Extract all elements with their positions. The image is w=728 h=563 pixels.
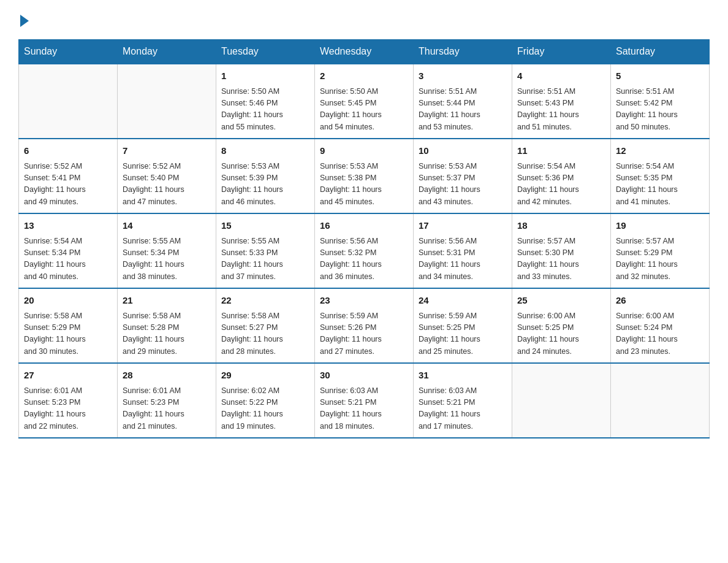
calendar-cell: 2Sunrise: 5:50 AM Sunset: 5:45 PM Daylig… <box>315 64 414 139</box>
day-info: Sunrise: 6:03 AM Sunset: 5:21 PM Dayligh… <box>419 385 507 433</box>
day-number: 7 <box>123 144 211 158</box>
day-number: 31 <box>419 369 507 383</box>
day-number: 9 <box>320 144 408 158</box>
calendar-cell: 8Sunrise: 5:53 AM Sunset: 5:39 PM Daylig… <box>216 139 315 213</box>
calendar-cell: 22Sunrise: 5:58 AM Sunset: 5:27 PM Dayli… <box>216 288 315 363</box>
calendar-cell <box>19 64 118 139</box>
calendar-week-row: 1Sunrise: 5:50 AM Sunset: 5:46 PM Daylig… <box>19 64 710 139</box>
day-number: 15 <box>221 219 309 233</box>
weekday-header-friday: Friday <box>512 40 611 64</box>
logo-arrow-icon <box>20 15 29 27</box>
calendar-week-row: 20Sunrise: 5:58 AM Sunset: 5:29 PM Dayli… <box>19 288 710 363</box>
weekday-header-sunday: Sunday <box>19 40 118 64</box>
day-number: 2 <box>320 69 408 83</box>
weekday-header-wednesday: Wednesday <box>315 40 414 64</box>
calendar-week-row: 6Sunrise: 5:52 AM Sunset: 5:41 PM Daylig… <box>19 139 710 213</box>
day-number: 8 <box>221 144 309 158</box>
day-info: Sunrise: 5:50 AM Sunset: 5:46 PM Dayligh… <box>221 86 309 134</box>
day-number: 17 <box>419 219 507 233</box>
day-info: Sunrise: 5:51 AM Sunset: 5:43 PM Dayligh… <box>517 86 605 134</box>
day-number: 20 <box>24 294 112 308</box>
day-info: Sunrise: 5:51 AM Sunset: 5:42 PM Dayligh… <box>616 86 704 134</box>
day-info: Sunrise: 6:00 AM Sunset: 5:24 PM Dayligh… <box>616 310 704 358</box>
day-info: Sunrise: 5:52 AM Sunset: 5:40 PM Dayligh… <box>123 161 211 209</box>
calendar-cell: 16Sunrise: 5:56 AM Sunset: 5:32 PM Dayli… <box>315 213 414 288</box>
day-number: 25 <box>517 294 605 308</box>
day-info: Sunrise: 6:01 AM Sunset: 5:23 PM Dayligh… <box>24 385 112 433</box>
day-number: 27 <box>24 369 112 383</box>
calendar-cell <box>118 64 216 139</box>
calendar-cell: 1Sunrise: 5:50 AM Sunset: 5:46 PM Daylig… <box>216 64 315 139</box>
day-info: Sunrise: 6:03 AM Sunset: 5:21 PM Dayligh… <box>320 385 408 433</box>
day-info: Sunrise: 5:53 AM Sunset: 5:38 PM Dayligh… <box>320 161 408 209</box>
calendar-cell: 3Sunrise: 5:51 AM Sunset: 5:44 PM Daylig… <box>414 64 512 139</box>
day-info: Sunrise: 5:54 AM Sunset: 5:34 PM Dayligh… <box>24 236 112 283</box>
day-number: 24 <box>419 294 507 308</box>
calendar-cell: 17Sunrise: 5:56 AM Sunset: 5:31 PM Dayli… <box>414 213 512 288</box>
day-info: Sunrise: 5:57 AM Sunset: 5:30 PM Dayligh… <box>517 236 605 283</box>
day-number: 21 <box>123 294 211 308</box>
day-info: Sunrise: 5:59 AM Sunset: 5:26 PM Dayligh… <box>320 310 408 358</box>
day-info: Sunrise: 6:02 AM Sunset: 5:22 PM Dayligh… <box>221 385 309 433</box>
day-info: Sunrise: 5:56 AM Sunset: 5:31 PM Dayligh… <box>419 236 507 283</box>
calendar-cell: 23Sunrise: 5:59 AM Sunset: 5:26 PM Dayli… <box>315 288 414 363</box>
calendar-cell: 18Sunrise: 5:57 AM Sunset: 5:30 PM Dayli… <box>512 213 611 288</box>
weekday-header-saturday: Saturday <box>611 40 710 64</box>
calendar-cell: 9Sunrise: 5:53 AM Sunset: 5:38 PM Daylig… <box>315 139 414 213</box>
logo <box>18 12 36 27</box>
day-info: Sunrise: 5:52 AM Sunset: 5:41 PM Dayligh… <box>24 161 112 209</box>
day-info: Sunrise: 5:59 AM Sunset: 5:25 PM Dayligh… <box>419 310 507 358</box>
day-number: 29 <box>221 369 309 383</box>
calendar-cell: 6Sunrise: 5:52 AM Sunset: 5:41 PM Daylig… <box>19 139 118 213</box>
calendar-cell: 10Sunrise: 5:53 AM Sunset: 5:37 PM Dayli… <box>414 139 512 213</box>
calendar-cell: 11Sunrise: 5:54 AM Sunset: 5:36 PM Dayli… <box>512 139 611 213</box>
calendar-cell: 21Sunrise: 5:58 AM Sunset: 5:28 PM Dayli… <box>118 288 216 363</box>
day-number: 19 <box>616 219 704 233</box>
calendar-cell: 13Sunrise: 5:54 AM Sunset: 5:34 PM Dayli… <box>19 213 118 288</box>
day-info: Sunrise: 5:53 AM Sunset: 5:39 PM Dayligh… <box>221 161 309 209</box>
calendar-cell: 24Sunrise: 5:59 AM Sunset: 5:25 PM Dayli… <box>414 288 512 363</box>
calendar-cell: 20Sunrise: 5:58 AM Sunset: 5:29 PM Dayli… <box>19 288 118 363</box>
weekday-header-row: SundayMondayTuesdayWednesdayThursdayFrid… <box>19 40 710 64</box>
header <box>18 12 710 27</box>
day-info: Sunrise: 5:58 AM Sunset: 5:29 PM Dayligh… <box>24 310 112 358</box>
calendar-cell: 30Sunrise: 6:03 AM Sunset: 5:21 PM Dayli… <box>315 363 414 438</box>
day-number: 18 <box>517 219 605 233</box>
day-number: 28 <box>123 369 211 383</box>
weekday-header-monday: Monday <box>118 40 216 64</box>
calendar-cell: 15Sunrise: 5:55 AM Sunset: 5:33 PM Dayli… <box>216 213 315 288</box>
day-info: Sunrise: 5:54 AM Sunset: 5:35 PM Dayligh… <box>616 161 704 209</box>
day-number: 23 <box>320 294 408 308</box>
day-info: Sunrise: 5:55 AM Sunset: 5:34 PM Dayligh… <box>123 236 211 283</box>
calendar-table: SundayMondayTuesdayWednesdayThursdayFrid… <box>18 39 710 439</box>
calendar-cell: 14Sunrise: 5:55 AM Sunset: 5:34 PM Dayli… <box>118 213 216 288</box>
day-number: 26 <box>616 294 704 308</box>
weekday-header-thursday: Thursday <box>414 40 512 64</box>
calendar-week-row: 27Sunrise: 6:01 AM Sunset: 5:23 PM Dayli… <box>19 363 710 438</box>
day-info: Sunrise: 6:01 AM Sunset: 5:23 PM Dayligh… <box>123 385 211 433</box>
calendar-cell: 19Sunrise: 5:57 AM Sunset: 5:29 PM Dayli… <box>611 213 710 288</box>
calendar-cell <box>512 363 611 438</box>
day-info: Sunrise: 5:51 AM Sunset: 5:44 PM Dayligh… <box>419 86 507 134</box>
day-number: 10 <box>419 144 507 158</box>
day-number: 5 <box>616 69 704 83</box>
calendar-cell: 5Sunrise: 5:51 AM Sunset: 5:42 PM Daylig… <box>611 64 710 139</box>
day-info: Sunrise: 5:54 AM Sunset: 5:36 PM Dayligh… <box>517 161 605 209</box>
day-number: 13 <box>24 219 112 233</box>
day-number: 6 <box>24 144 112 158</box>
day-number: 22 <box>221 294 309 308</box>
calendar-cell: 27Sunrise: 6:01 AM Sunset: 5:23 PM Dayli… <box>19 363 118 438</box>
calendar-cell: 7Sunrise: 5:52 AM Sunset: 5:40 PM Daylig… <box>118 139 216 213</box>
calendar-cell: 12Sunrise: 5:54 AM Sunset: 5:35 PM Dayli… <box>611 139 710 213</box>
calendar-cell <box>611 363 710 438</box>
day-info: Sunrise: 5:50 AM Sunset: 5:45 PM Dayligh… <box>320 86 408 134</box>
calendar-cell: 4Sunrise: 5:51 AM Sunset: 5:43 PM Daylig… <box>512 64 611 139</box>
day-number: 4 <box>517 69 605 83</box>
day-number: 11 <box>517 144 605 158</box>
day-number: 3 <box>419 69 507 83</box>
day-info: Sunrise: 5:56 AM Sunset: 5:32 PM Dayligh… <box>320 236 408 283</box>
calendar-cell: 26Sunrise: 6:00 AM Sunset: 5:24 PM Dayli… <box>611 288 710 363</box>
calendar-cell: 28Sunrise: 6:01 AM Sunset: 5:23 PM Dayli… <box>118 363 216 438</box>
day-number: 30 <box>320 369 408 383</box>
day-number: 1 <box>221 69 309 83</box>
